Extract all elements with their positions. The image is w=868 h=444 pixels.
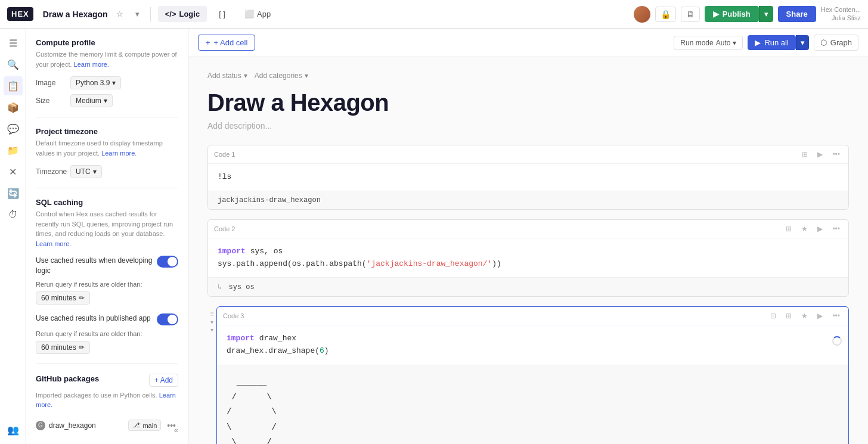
cell-2-expand-icon[interactable]: ⊞ <box>783 223 794 234</box>
cell-3-line-2: draw_hex.draw_shape(6) <box>227 345 839 358</box>
cell-2-line-1: import sys, os <box>218 246 839 258</box>
edit-icon: ✏ <box>79 294 85 302</box>
pub-minutes-badge[interactable]: 60 minutes ✏ <box>36 341 90 354</box>
dev-cache-toggle[interactable] <box>157 256 178 268</box>
nav-right: 🔒 🖥 ▶ Publish ▾ Share Hex Conten... Juli… <box>634 6 861 23</box>
sql-learn-more[interactable]: Learn more. <box>36 240 71 247</box>
sidebar-variable-icon[interactable]: ✕ <box>4 162 23 181</box>
compute-profile-desc: Customize the memory limit & compute pow… <box>36 49 178 69</box>
expand-arrow-bottom[interactable]: ▾ <box>210 327 213 333</box>
cell-1-run-icon[interactable]: ▶ <box>815 149 825 160</box>
tab-app[interactable]: ⬜ App <box>237 6 278 22</box>
cell-3-output-icon[interactable]: ⊡ <box>768 311 779 321</box>
collapse-panel: « <box>174 426 178 434</box>
expand-arrow-top[interactable]: ▾ <box>210 319 213 325</box>
hex-logo: HEX <box>7 7 33 21</box>
publish-icon: ▶ <box>713 10 719 18</box>
publish-button[interactable]: ▶ Publish <box>705 6 759 22</box>
timezone-title: Project timezone <box>36 127 178 136</box>
cell-3-body[interactable]: import draw_hex draw_hex.draw_shape(6) <box>217 325 848 365</box>
cell-1-more-icon[interactable]: ••• <box>830 149 842 160</box>
image-label: Image <box>36 79 66 87</box>
cell-3-split-icon[interactable]: ⊞ <box>783 311 794 321</box>
add-cell-button[interactable]: + + Add cell <box>198 35 255 51</box>
add-categories-button[interactable]: Add categories ▾ <box>255 72 308 80</box>
plus-icon: + <box>206 38 210 47</box>
notebook-description[interactable]: Add description... <box>207 121 849 131</box>
cell-3-star-icon[interactable]: ★ <box>799 311 810 321</box>
cell-3-run-icon[interactable]: ▶ <box>815 311 825 321</box>
tab-logic[interactable]: </> Logic <box>158 6 207 22</box>
timezone-field-row: Timezone UTC ▾ <box>36 165 178 178</box>
size-select[interactable]: Medium ▾ <box>70 94 113 107</box>
compute-learn-more[interactable]: Learn more. <box>74 61 109 68</box>
sql-caching-desc: Control when Hex uses cached results for… <box>36 209 178 249</box>
cell-2-star-icon[interactable]: ★ <box>799 223 810 234</box>
cell-1-expand-icon[interactable]: ⊞ <box>799 149 810 160</box>
star-icon[interactable]: ☆ <box>113 7 127 21</box>
notebook-title[interactable]: Draw a Hexagon <box>207 89 849 116</box>
vars-icon: [ ] <box>219 10 225 18</box>
sidebar-users-icon[interactable]: 👥 <box>4 420 23 439</box>
cell-2-header: Code 2 ⊞ ★ ▶ ••• <box>208 220 848 238</box>
sql-caching-section: SQL caching Control when Hex uses cached… <box>36 198 178 354</box>
cell-2-output: ↳ sys os <box>208 277 848 296</box>
cell-1-body[interactable]: !ls <box>208 164 848 191</box>
avatar <box>634 6 650 23</box>
timezone-select[interactable]: UTC ▾ <box>70 165 102 178</box>
share-button[interactable]: Share <box>778 6 816 22</box>
content-toolbar: + + Add cell Run mode Auto ▾ ▶ Run all ▾ <box>188 29 868 57</box>
add-package-button[interactable]: + Add <box>149 374 178 387</box>
sidebar-settings-icon[interactable]: 📋 <box>4 76 23 95</box>
timezone-learn-more[interactable]: Learn more. <box>101 150 137 157</box>
size-label: Size <box>36 97 66 105</box>
cell-3-more-icon[interactable]: ••• <box>830 311 842 321</box>
play-icon: ▶ <box>755 38 761 47</box>
chevron-down-icon: ▾ <box>244 72 247 80</box>
chevron-down-icon[interactable]: ▾ <box>132 7 143 21</box>
output-arrow: ↳ <box>218 283 222 291</box>
sidebar-search-icon[interactable]: 🔍 <box>4 55 23 74</box>
cell-2-body[interactable]: import sys, os sys.path.append(os.path.a… <box>208 238 848 278</box>
cell-2-run-icon[interactable]: ▶ <box>815 223 825 234</box>
drag-handle[interactable]: ⠿ ▾ ▾ <box>207 306 216 338</box>
graph-button[interactable]: ⬡ Graph <box>814 35 858 51</box>
sidebar-schedule-icon[interactable]: ⏱ <box>4 205 23 224</box>
chevron-down-icon: ▾ <box>305 72 308 80</box>
run-all-caret[interactable]: ▾ <box>796 35 809 50</box>
github-title: GitHub packages <box>36 374 99 383</box>
left-panel: Compute profile Customize the memory lim… <box>26 29 188 444</box>
cell-2-more-icon[interactable]: ••• <box>830 223 842 234</box>
dev-minutes-badge[interactable]: 60 minutes ✏ <box>36 291 90 305</box>
branch-icon: ⎇ <box>132 421 140 429</box>
collapse-button[interactable]: « <box>174 426 178 434</box>
cell-3-spinner <box>832 336 842 350</box>
package-row: G draw_hexagon ⎇ main ••• <box>36 417 178 434</box>
run-all-button[interactable]: ▶ Run all <box>748 35 795 50</box>
main-layout: ☰ 🔍 📋 📦 💬 📁 ✕ 🔄 ⏱ 👥 Compute profile Cust… <box>0 29 868 444</box>
run-mode-group[interactable]: Run mode Auto ▾ <box>674 36 743 50</box>
monitor-icon[interactable]: 🖥 <box>681 7 700 22</box>
image-select[interactable]: Python 3.9 ▾ <box>70 76 121 89</box>
cell-1-output: jackjackins-draw_hexagon <box>208 191 848 209</box>
github-package-icon: G <box>36 421 45 430</box>
drag-dots: ⠿ <box>210 311 214 318</box>
cell-2-line-2: sys.path.append(os.path.abspath('jackjac… <box>218 258 839 271</box>
sidebar-package-icon[interactable]: 📦 <box>4 98 23 117</box>
timezone-section: Project timezone Default timezone used t… <box>36 127 178 178</box>
add-status-button[interactable]: Add status ▾ <box>207 72 247 80</box>
sidebar-files-icon[interactable]: 📁 <box>4 141 23 160</box>
sidebar-comment-icon[interactable]: 💬 <box>4 119 23 138</box>
lock-icon[interactable]: 🔒 <box>655 7 676 22</box>
github-desc: Imported packages to use in Python cells… <box>36 390 178 410</box>
branch-badge: ⎇ main <box>128 420 161 431</box>
sidebar-history-icon[interactable]: 🔄 <box>4 184 23 203</box>
publish-caret[interactable]: ▾ <box>759 6 773 22</box>
size-field-row: Size Medium ▾ <box>36 94 178 107</box>
user-info: Hex Conten... Julia Slisz <box>821 6 861 21</box>
app-icon: ⬜ <box>244 10 254 18</box>
tab-vars[interactable]: [ ] <box>212 6 232 22</box>
pub-cache-toggle[interactable] <box>157 313 178 325</box>
sidebar-menu-icon[interactable]: ☰ <box>4 33 23 52</box>
notebook-meta: Add status ▾ Add categories ▾ <box>207 72 849 80</box>
